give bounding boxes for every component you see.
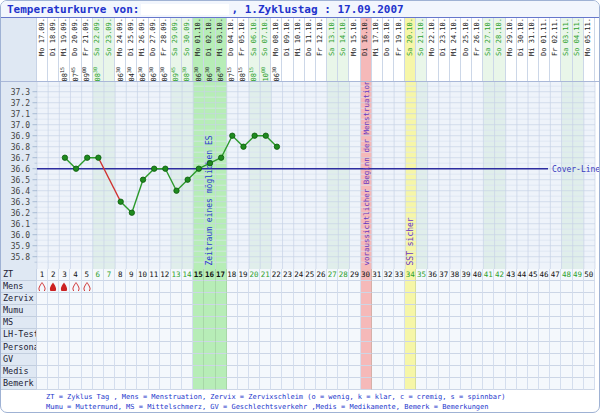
date-label: Di 30.10. — [518, 18, 525, 56]
zt-cell: 34 — [405, 269, 416, 281]
grid-cell — [149, 378, 160, 390]
grid-cell — [282, 317, 293, 329]
grid-cell — [528, 354, 539, 366]
grid-cell — [349, 354, 360, 366]
grid-cell — [93, 354, 104, 366]
time-cell: 0430 — [126, 56, 137, 81]
grid-cell — [294, 378, 305, 390]
cover-line-label: Cover-Line — [552, 165, 600, 174]
grid-cell — [405, 305, 416, 317]
grid-cell — [37, 329, 48, 341]
time-cell — [461, 56, 472, 81]
date-cell: So 23.09. — [104, 18, 115, 56]
time-label: 0815 — [238, 67, 247, 81]
grid-cell — [149, 305, 160, 317]
grid-cell — [394, 293, 405, 305]
zt-cell: 43 — [506, 269, 517, 281]
grid-cell — [494, 354, 505, 366]
grid-cell — [48, 281, 59, 293]
grid-cell — [282, 329, 293, 341]
grid-cell — [115, 366, 126, 378]
date-label: Mo 05.11. — [585, 18, 592, 56]
grid-cell — [327, 354, 338, 366]
grid-row-lhtest: LH-Test — [1, 329, 600, 341]
time-cell — [450, 56, 461, 81]
grid-cell — [260, 293, 271, 305]
y-axis-label: 36.1 — [11, 220, 30, 229]
time-row: 0815074509000830063004300630063006300945… — [37, 56, 595, 81]
grid-cell — [472, 366, 483, 378]
grid-cell — [327, 281, 338, 293]
date-cell: Mi 19.09. — [59, 18, 70, 56]
grid-cell — [59, 366, 70, 378]
grid-cell — [550, 317, 561, 329]
grid-cell — [260, 378, 271, 390]
grid-cell — [573, 354, 584, 366]
date-label: Do 20.09. — [72, 18, 79, 56]
grid-cell — [483, 293, 494, 305]
grid-cell — [282, 281, 293, 293]
date-label: Mi 19.09. — [61, 18, 68, 56]
grid-cell — [227, 317, 238, 329]
grid-cell — [227, 329, 238, 341]
temp-point — [151, 166, 156, 171]
time-cell: 0630 — [193, 56, 204, 81]
y-axis-label: 36.2 — [11, 209, 30, 218]
y-axis-label: 36.8 — [11, 143, 30, 152]
time-cell: 1000 — [260, 56, 271, 81]
y-axis-label: 36.4 — [11, 187, 30, 196]
date-cell: So 21.10. — [416, 18, 427, 56]
grid-cell — [316, 317, 327, 329]
row-label-zt: ZT — [1, 269, 37, 281]
grid-cell — [238, 293, 249, 305]
time-cell: 0815 — [238, 56, 249, 81]
grid-cell — [104, 293, 115, 305]
grid-cell — [104, 281, 115, 293]
time-cell — [361, 56, 372, 81]
date-cell: Do 20.09. — [70, 18, 81, 56]
mens-droplet-icon — [72, 282, 80, 291]
grid-cell — [439, 281, 450, 293]
grid-cell — [383, 293, 394, 305]
grid-cell — [216, 293, 227, 305]
grid-cell — [305, 378, 316, 390]
date-cell: Mo 29.10. — [506, 18, 517, 56]
grid-cell — [383, 329, 394, 341]
grid-cell — [193, 354, 204, 366]
grid-cell — [372, 329, 383, 341]
row-label-medis: Medis — [1, 366, 37, 378]
grid-cell — [249, 293, 260, 305]
grid-cell — [294, 354, 305, 366]
date-label: Mi 03.10. — [217, 18, 224, 56]
grid-cell — [361, 329, 372, 341]
grid-cell — [439, 378, 450, 390]
grid-cell — [182, 342, 193, 354]
grid-cell — [450, 317, 461, 329]
grid-cell — [193, 342, 204, 354]
grid-cell — [383, 305, 394, 317]
grid-cell — [327, 317, 338, 329]
grid-cell — [383, 281, 394, 293]
date-label: Do 27.09. — [150, 18, 157, 56]
grid-cell — [182, 293, 193, 305]
grid-cell — [427, 305, 438, 317]
grid-cell — [383, 342, 394, 354]
temp-point — [73, 166, 78, 171]
grid-row-medis: Medis — [1, 366, 600, 378]
y-axis-label: 36.9 — [11, 132, 30, 141]
grid-cell — [361, 317, 372, 329]
grid-cell — [204, 317, 215, 329]
grid-cell — [271, 342, 282, 354]
date-cell: Sa 22.09. — [93, 18, 104, 56]
time-cell — [584, 56, 595, 81]
grid-cell — [539, 354, 550, 366]
grid-cell — [439, 366, 450, 378]
time-cell — [483, 56, 494, 81]
grid-cell — [461, 378, 472, 390]
grid-cell — [182, 281, 193, 293]
temp-point — [129, 210, 134, 215]
grid-cell — [506, 281, 517, 293]
time-cell — [494, 56, 505, 81]
grid-cell — [327, 378, 338, 390]
grid-cell — [405, 378, 416, 390]
